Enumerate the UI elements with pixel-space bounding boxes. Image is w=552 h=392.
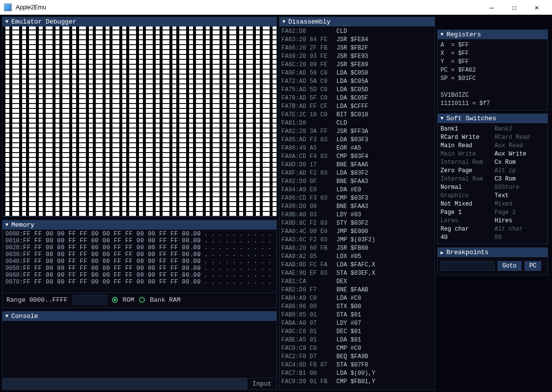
soft-switch-row: GraphicsText [441, 192, 545, 200]
soft-switch-row: 4080 [441, 234, 545, 242]
disassembly-panel: Disassembly FA62:D8 CLDFA63:20 84 FE JSR… [279, 17, 435, 390]
range-label: Range 0000..FFFF [6, 296, 68, 304]
pc-button[interactable]: PC [524, 261, 541, 271]
memory-controls: Range 0000..FFFF ROM Bank RAM [2, 292, 276, 307]
disassembly-header[interactable]: Disassembly [279, 17, 435, 26]
disassembly-row: FABC:C6 01 DEC $01 [281, 328, 433, 336]
rom-label: ROM [123, 296, 134, 304]
console-input[interactable] [2, 378, 248, 390]
disassembly-row: FABE:A5 01 LDA $01 [281, 336, 433, 344]
disassembly-row: FA78:AD 5F C0 LDA $C05F [281, 94, 433, 103]
disassembly-row: FA9D:8C F2 03 STY $03F2 [281, 219, 433, 228]
disassembly-row: FA85:AD F3 03 LDA $03F3 [281, 136, 433, 144]
maximize-button[interactable]: ☐ [503, 0, 525, 15]
goto-button[interactable]: Goto [497, 261, 522, 271]
minimize-button[interactable]: — [480, 0, 503, 15]
memory-panel: Memory 0000:FF FF 00 00 FF FF 00 00 FF F… [2, 220, 277, 308]
memory-dump[interactable]: 0000:FF FF 00 00 FF FF 00 00 FF FF 00 00… [2, 230, 276, 292]
disassembly-row: FA81:D8 CLD [281, 119, 433, 128]
disassembly-row: FAC7:B1 00 LDA $(00),Y [281, 369, 433, 378]
workspace: Emulator Debugger Memory 0000:FF FF 00 0… [0, 15, 552, 392]
app-icon [4, 3, 12, 11]
disassembly-row: FA94:A9 E0 LDA #E0 [281, 186, 433, 194]
disassembly-row: FA92:D0 0F BNE $FAA3 [281, 178, 433, 186]
soft-switch-row: Reg charAlt char [441, 225, 545, 234]
disassembly-row: FA7B:AD FF CF LDA $CFFF [281, 103, 433, 111]
disassembly-row: FA82:20 3A FF JSR $FF3A [281, 128, 433, 136]
breakpoints-header[interactable]: Breakpoints [438, 248, 548, 257]
disassembly-row: FA99:D0 08 BNE $FAA3 [281, 203, 433, 211]
bankram-radio[interactable] [139, 297, 145, 303]
emulator-debugger-panel: Emulator Debugger [2, 17, 277, 217]
registers-panel: Registers A = $FF X = $FF Y = $FF PC = $… [437, 29, 548, 110]
emulator-screen[interactable] [2, 26, 276, 216]
disassembly-row: FA8D:D0 17 BNE $FAA6 [281, 161, 433, 169]
memory-row: 0000:FF FF 00 00 FF FF 00 00 FF FF 00 00… [5, 231, 274, 237]
breakpoint-address-input[interactable] [441, 261, 495, 271]
disassembly-row: FAAB:BD FC FA LDA $FAFC,X [281, 261, 433, 269]
disassembly-row: FA62:D8 CLD [281, 27, 433, 36]
disassembly-row: FABA:A0 07 LDY #07 [281, 319, 433, 328]
close-button[interactable]: ✕ [525, 0, 548, 15]
memory-row: 0030:FF FF 00 00 FF FF 00 00 FF FF 00 00… [5, 251, 274, 258]
soft-switch-row: Internal RomCx Rom [441, 158, 545, 167]
disassembly-row: FAA9:A2 05 LDX #05 [281, 253, 433, 261]
disassembly-row: FA69:20 93 FE JSR $FE93 [281, 52, 433, 61]
disassembly-row: FA72:AD 5A C0 LDA $C05A [281, 78, 433, 86]
emulator-debugger-header[interactable]: Emulator Debugger [2, 17, 276, 26]
soft-switch-row: Page 1Page 2 [441, 209, 545, 217]
disassembly-row: FAA3:6C F2 03 JMP $(03F2) [281, 236, 433, 244]
disassembly-row: FAC0:C9 C0 CMP #C0 [281, 344, 433, 353]
disassembly-row: FAC9:D9 01 FB CMP $FB01,Y [281, 378, 433, 386]
disassembly-row: FA63:20 84 FE JSR $FE84 [281, 36, 433, 44]
disassembly-row: FA6C:20 89 FE JSR $FE89 [281, 61, 433, 69]
disassembly-row: FA9B:A0 03 LDY #03 [281, 211, 433, 219]
soft-switch-row: Zero PageAlt zp [441, 167, 545, 175]
disassembly-row: FAB4:A9 C8 LDA #C8 [281, 294, 433, 303]
soft-switches-content: Bank1Bank2RCard WriteRCard ReadMain Read… [438, 123, 548, 244]
disassembly-row: FA7E:2C 10 C0 BIT $C010 [281, 111, 433, 119]
disassembly-row: FA96:CD F3 03 CMP $03F3 [281, 194, 433, 203]
registers-header[interactable]: Registers [438, 30, 548, 39]
range-input[interactable] [73, 295, 107, 305]
disassembly-row: FAAE:9D EF 03 STA $03EF,X [281, 269, 433, 278]
memory-row: 0060:FF FF 00 00 FF FF 00 00 FF FF 00 00… [5, 272, 274, 279]
disassembly-row: FAC2:F0 D7 BEQ $FA9B [281, 353, 433, 361]
soft-switch-row: Main ReadAux Read [441, 142, 545, 150]
disassembly-row: FAB2:D0 F7 BNE $FAAB [281, 286, 433, 294]
disassembly-row: FA8A:CD F4 03 CMP $03F4 [281, 153, 433, 161]
soft-switch-row: Bank1Bank2 [441, 125, 545, 133]
memory-row: 0010:FF FF 00 00 FF FF 00 00 FF FF 00 00… [5, 237, 274, 244]
console-input-label: Input [248, 378, 276, 390]
breakpoints-panel: Breakpoints Goto PC [437, 247, 548, 275]
soft-switches-panel: Soft Switches Bank1Bank2RCard WriteRCard… [437, 113, 548, 244]
disassembly-row: FAB1:CA DEX [281, 278, 433, 286]
soft-switches-header[interactable]: Soft Switches [438, 114, 548, 123]
memory-row: 0020:FF FF 00 00 FF FF 00 00 FF FF 00 00… [5, 244, 274, 251]
disassembly-row: FA8F:AD F2 03 LDA $03F2 [281, 169, 433, 178]
soft-switch-row: Normal80Store [441, 183, 545, 192]
console-panel: Console Input [2, 311, 277, 390]
disassembly-row: FAB8:85 01 STA $01 [281, 311, 433, 319]
soft-switch-row: Main WriteAux Write [441, 150, 545, 158]
disassembly-row: FAA6:20 60 FB JSR $FB60 [281, 244, 433, 253]
disassembly-listing[interactable]: FA62:D8 CLDFA63:20 84 FE JSR $FE84FA66:2… [279, 26, 435, 387]
soft-switch-row: RCard WriteRCard Read [441, 133, 545, 142]
bankram-label: Bank RAM [150, 296, 180, 304]
disassembly-row: FA88:49 A5 EOR #A5 [281, 144, 433, 153]
memory-row: 0070:FF FF 00 00 FF FF 00 00 FF FF 00 00… [5, 279, 274, 286]
soft-switch-row: Internal RomC3 Rom [441, 175, 545, 183]
memory-row: 0050:FF FF 00 00 FF FF 00 00 FF FF 00 00… [5, 265, 274, 272]
console-output[interactable] [2, 321, 276, 378]
rom-radio[interactable] [112, 297, 118, 303]
soft-switch-row: LoresHires [441, 217, 545, 225]
disassembly-row: FAA0:4C 00 E0 JMP $E000 [281, 228, 433, 236]
disassembly-row: FA6F:AD 58 C0 LDA $C058 [281, 69, 433, 78]
disassembly-row: FAB6:86 00 STX $00 [281, 303, 433, 311]
disassembly-row: FA66:20 2F FB JSR $FB2F [281, 44, 433, 52]
console-header[interactable]: Console [2, 312, 276, 321]
disassembly-row: FA75:AD 5D C0 LDA $C05D [281, 86, 433, 94]
memory-header[interactable]: Memory [2, 220, 276, 230]
registers-content: A = $FF X = $FF Y = $FF PC = $FA62 SP = … [438, 39, 548, 110]
breakpoints-content: Goto PC [438, 257, 548, 275]
